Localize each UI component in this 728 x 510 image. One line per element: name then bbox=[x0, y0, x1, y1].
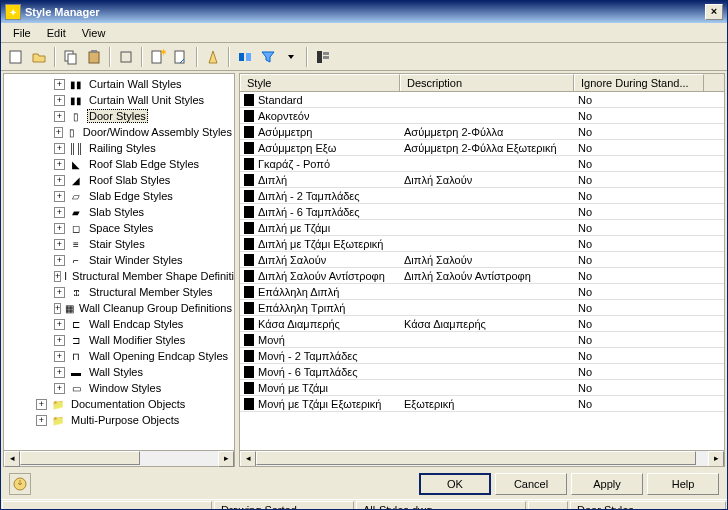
table-row[interactable]: ΔιπλήΔιπλή ΣαλούνNo bbox=[240, 172, 724, 188]
tree-item[interactable]: +⊓Wall Opening Endcap Styles bbox=[4, 348, 234, 364]
copy-button[interactable] bbox=[60, 46, 82, 68]
set-from-button[interactable] bbox=[170, 46, 192, 68]
table-row[interactable]: Μονή - 2 ΤαμπλάδεςNo bbox=[240, 348, 724, 364]
tree-item[interactable]: +◢Roof Slab Styles bbox=[4, 172, 234, 188]
table-row[interactable]: ΜονήNo bbox=[240, 332, 724, 348]
tree-item[interactable]: +║║Railing Styles bbox=[4, 140, 234, 156]
scroll-left-button[interactable]: ◂ bbox=[4, 451, 20, 467]
table-row[interactable]: Ασύμμετρη ΕξωΑσύμμετρη 2-Φύλλα Εξωτερική… bbox=[240, 140, 724, 156]
tree-item[interactable]: +▯Door Styles bbox=[4, 108, 234, 124]
expand-icon[interactable]: + bbox=[54, 95, 65, 106]
col-ignore[interactable]: Ignore During Stand... bbox=[574, 74, 704, 91]
menu-edit[interactable]: Edit bbox=[39, 25, 74, 41]
close-button[interactable]: × bbox=[705, 4, 723, 20]
expand-icon[interactable]: + bbox=[54, 303, 61, 314]
tree-item[interactable]: +IStructural Member Shape Definitions bbox=[4, 268, 234, 284]
table-row[interactable]: Διπλή Σαλούν ΑντίστροφηΔιπλή Σαλούν Αντί… bbox=[240, 268, 724, 284]
tree-item[interactable]: +◣Roof Slab Edge Styles bbox=[4, 156, 234, 172]
table-row[interactable]: Μονή με Τζάμι ΕξωτερικήΕξωτερικήNo bbox=[240, 396, 724, 412]
apply-button[interactable]: Apply bbox=[571, 473, 643, 495]
new-style-button[interactable]: ✶ bbox=[147, 46, 169, 68]
scroll-track[interactable] bbox=[20, 451, 218, 466]
expand-icon[interactable]: + bbox=[54, 207, 65, 218]
table-row[interactable]: ΑσύμμετρηΑσύμμετρη 2-ΦύλλαNo bbox=[240, 124, 724, 140]
table-row[interactable]: Διπλή με ΤζάμιNo bbox=[240, 220, 724, 236]
expand-icon[interactable]: + bbox=[36, 399, 47, 410]
tree-item[interactable]: +▭Window Styles bbox=[4, 380, 234, 396]
table-row[interactable]: Γκαράζ - ΡοπόNo bbox=[240, 156, 724, 172]
ok-button[interactable]: OK bbox=[419, 473, 491, 495]
scroll-track[interactable] bbox=[256, 451, 708, 466]
tree-item[interactable]: +▮▮Curtain Wall Styles bbox=[4, 76, 234, 92]
toggle-view-button[interactable] bbox=[234, 46, 256, 68]
expand-icon[interactable]: + bbox=[54, 143, 65, 154]
menu-view[interactable]: View bbox=[74, 25, 114, 41]
open-drawing-button[interactable] bbox=[28, 46, 50, 68]
table-row[interactable]: Κάσα ΔιαμπερήςΚάσα ΔιαμπερήςNo bbox=[240, 316, 724, 332]
paste-button[interactable] bbox=[83, 46, 105, 68]
tree-item[interactable]: +▦Wall Cleanup Group Definitions bbox=[4, 300, 234, 316]
expand-icon[interactable]: + bbox=[54, 127, 63, 138]
tree-item[interactable]: +▰Slab Styles bbox=[4, 204, 234, 220]
grid-hscrollbar[interactable]: ◂ ▸ bbox=[240, 450, 724, 466]
scroll-thumb[interactable] bbox=[20, 451, 140, 465]
table-row[interactable]: Διπλή - 6 ΤαμπλάδεςNo bbox=[240, 204, 724, 220]
expand-icon[interactable]: + bbox=[36, 415, 47, 426]
tree-item[interactable]: +ꞮStructural Member Styles bbox=[4, 284, 234, 300]
tree-view[interactable]: +▮▮Curtain Wall Styles+▮▮Curtain Wall Un… bbox=[4, 74, 234, 450]
expand-icon[interactable]: + bbox=[54, 175, 65, 186]
expand-icon[interactable]: + bbox=[54, 335, 65, 346]
scroll-left-button[interactable]: ◂ bbox=[240, 451, 256, 467]
new-drawing-button[interactable] bbox=[5, 46, 27, 68]
table-row[interactable]: StandardNo bbox=[240, 92, 724, 108]
tree-item[interactable]: +⌐Stair Winder Styles bbox=[4, 252, 234, 268]
tree-item[interactable]: +📁Multi-Purpose Objects bbox=[4, 412, 234, 428]
table-row[interactable]: Μονή - 6 ΤαμπλάδεςNo bbox=[240, 364, 724, 380]
expand-icon[interactable]: + bbox=[54, 111, 65, 122]
expand-icon[interactable]: + bbox=[54, 79, 65, 90]
edit-style-button[interactable] bbox=[115, 46, 137, 68]
expand-icon[interactable]: + bbox=[54, 383, 65, 394]
tree-item[interactable]: +⊏Wall Endcap Styles bbox=[4, 316, 234, 332]
tree-hscrollbar[interactable]: ◂ ▸ bbox=[4, 450, 234, 466]
expand-icon[interactable]: + bbox=[54, 239, 65, 250]
cancel-button[interactable]: Cancel bbox=[495, 473, 567, 495]
help-button[interactable]: Help bbox=[647, 473, 719, 495]
table-row[interactable]: Διπλή με Τζάμι ΕξωτερικήNo bbox=[240, 236, 724, 252]
table-row[interactable]: Επάλληλη ΤριπλήNo bbox=[240, 300, 724, 316]
filter-dropdown-button[interactable] bbox=[280, 46, 302, 68]
col-style[interactable]: Style bbox=[240, 74, 400, 91]
scroll-right-button[interactable]: ▸ bbox=[218, 451, 234, 467]
table-row[interactable]: Μονή με ΤζάμιNo bbox=[240, 380, 724, 396]
expand-icon[interactable]: + bbox=[54, 287, 65, 298]
expand-icon[interactable]: + bbox=[54, 351, 65, 362]
rollup-button[interactable] bbox=[9, 473, 31, 495]
grid-body[interactable]: StandardNoΑκορντεόνNoΑσύμμετρηΑσύμμετρη … bbox=[240, 92, 724, 450]
expand-icon[interactable]: + bbox=[54, 319, 65, 330]
tree-item[interactable]: +▬Wall Styles bbox=[4, 364, 234, 380]
tree-item[interactable]: +▯Door/Window Assembly Styles bbox=[4, 124, 234, 140]
scroll-thumb[interactable] bbox=[256, 451, 696, 465]
inline-edit-button[interactable] bbox=[312, 46, 334, 68]
expand-icon[interactable]: + bbox=[54, 223, 65, 234]
tree-item[interactable]: +◻Space Styles bbox=[4, 220, 234, 236]
table-row[interactable]: Διπλή ΣαλούνΔιπλή ΣαλούνNo bbox=[240, 252, 724, 268]
table-row[interactable]: ΑκορντεόνNo bbox=[240, 108, 724, 124]
table-row[interactable]: Επάλληλη ΔιπλήNo bbox=[240, 284, 724, 300]
expand-icon[interactable]: + bbox=[54, 271, 61, 282]
expand-icon[interactable]: + bbox=[54, 255, 65, 266]
table-row[interactable]: Διπλή - 2 ΤαμπλάδεςNo bbox=[240, 188, 724, 204]
tree-item[interactable]: +📁Documentation Objects bbox=[4, 396, 234, 412]
tree-item[interactable]: +▮▮Curtain Wall Unit Styles bbox=[4, 92, 234, 108]
scroll-right-button[interactable]: ▸ bbox=[708, 451, 724, 467]
menu-file[interactable]: File bbox=[5, 25, 39, 41]
tree-item[interactable]: +≡Stair Styles bbox=[4, 236, 234, 252]
expand-icon[interactable]: + bbox=[54, 159, 65, 170]
purge-button[interactable] bbox=[202, 46, 224, 68]
filter-button[interactable] bbox=[257, 46, 279, 68]
tree-item[interactable]: +▱Slab Edge Styles bbox=[4, 188, 234, 204]
expand-icon[interactable]: + bbox=[54, 191, 65, 202]
col-description[interactable]: Description bbox=[400, 74, 574, 91]
tree-item[interactable]: +⊐Wall Modifier Styles bbox=[4, 332, 234, 348]
expand-icon[interactable]: + bbox=[54, 367, 65, 378]
